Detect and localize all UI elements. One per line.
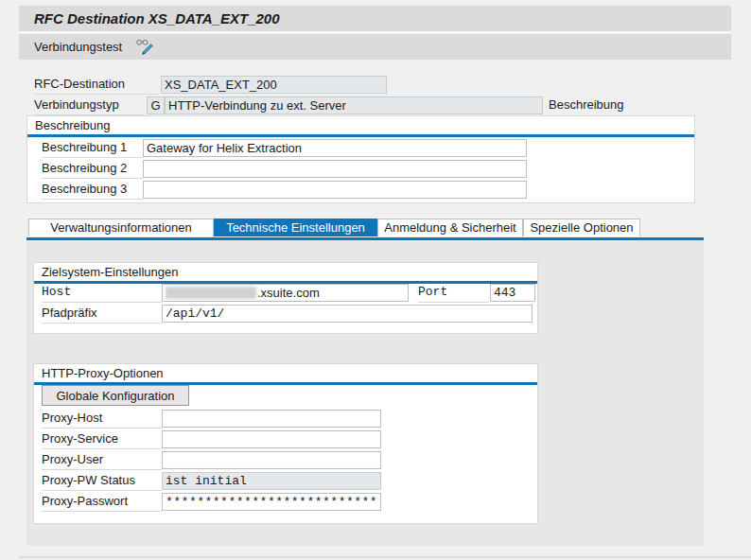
page-title: RFC Destination XS_DATA_EXT_200 [34,10,280,26]
proxy-pw-status-label: Proxy-PW Status [42,471,162,491]
tab-verwaltungsinformationen[interactable]: Verwaltungsinformationen [28,219,214,236]
tab-anmeldung-sicherheit[interactable]: Anmeldung & Sicherheit [377,219,523,236]
groupbox-accent-line [27,134,694,137]
proxy-host-label: Proxy-Host [42,409,162,429]
connection-type-code[interactable]: G [147,96,165,114]
proxy-user-label: Proxy-User [42,450,162,470]
description1-label: Beschreibung 1 [42,138,143,158]
status-separator-line [19,556,751,558]
description-groupbox-title: Beschreibung [35,118,111,132]
target-system-title: Zielsystem-Einstellungen [42,265,179,279]
rfc-destination-value[interactable]: XS_DATA_EXT_200 [161,76,387,94]
description2-label: Beschreibung 2 [42,159,143,179]
description1-input[interactable] [143,139,527,157]
description3-label: Beschreibung 3 [42,180,143,200]
tab-strip: Verwaltungsinformationen Technische Eins… [28,219,640,237]
proxy-password-label: Proxy-Passwort [42,492,162,512]
description2-input[interactable] [143,160,527,178]
target-system-groupbox: Zielsystem-Einstellungen Host .xsuite.co… [33,262,538,334]
description3-input[interactable] [143,181,527,199]
tab-spezielle-optionen[interactable]: Spezielle Optionen [523,219,640,236]
application-toolbar: Verbindungstest [19,34,731,60]
description-groupbox: Beschreibung Beschreibung 1 Beschreibung… [26,115,695,203]
path-prefix-label: Pfadpräfix [42,304,162,324]
port-input[interactable] [490,284,535,302]
proxy-password-input[interactable] [162,493,381,511]
global-configuration-button[interactable]: Globale Konfiguration [42,385,189,406]
sap-gui-window: RFC Destination XS_DATA_EXT_200 Verbindu… [0,0,751,560]
redacted-host-blur [166,287,256,299]
title-bar: RFC Destination XS_DATA_EXT_200 [19,6,731,33]
proxy-host-input[interactable] [162,410,381,428]
rfc-destination-label: RFC-Destination [34,75,159,95]
port-label: Port [418,283,489,303]
description-side-label: Beschreibung [549,97,624,112]
path-prefix-input[interactable] [162,305,533,323]
proxy-user-input[interactable] [162,451,381,469]
proxy-pw-status-value[interactable]: ist initial [162,472,381,490]
host-input[interactable]: .xsuite.com [162,284,409,302]
host-label: Host [42,283,162,303]
connection-type-label: Verbindungstyp [34,96,144,115]
connection-type-value[interactable]: HTTP-Verbindung zu ext. Server [165,96,543,114]
tab-technische-einstellungen[interactable]: Technische Einstellungen [214,219,377,236]
proxy-service-input[interactable] [162,430,381,448]
http-proxy-groupbox: HTTP-Proxy-Optionen Globale Konfiguratio… [33,363,538,524]
connection-test-button[interactable]: Verbindungstest [34,40,122,54]
proxy-service-label: Proxy-Service [42,429,162,449]
http-proxy-title: HTTP-Proxy-Optionen [42,366,164,380]
host-visible-text: .xsuite.com [257,286,320,300]
display-change-icon[interactable] [135,38,154,57]
